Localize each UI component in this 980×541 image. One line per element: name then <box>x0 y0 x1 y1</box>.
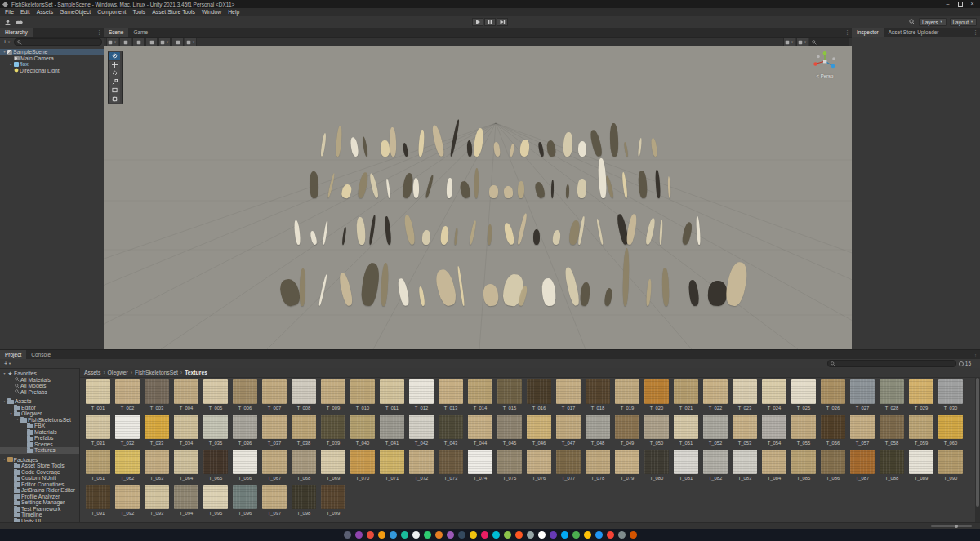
texture-asset[interactable]: T_056 <box>818 415 848 448</box>
taskbar-app-icon[interactable] <box>412 531 420 539</box>
texture-asset[interactable]: T_076 <box>524 450 554 483</box>
tree-item-settings-manager[interactable]: Settings Manager <box>0 499 79 506</box>
scene-object[interactable] <box>489 185 498 198</box>
tab-inspector[interactable]: Inspector <box>852 28 884 37</box>
texture-asset[interactable]: T_032 <box>113 415 142 448</box>
texture-asset[interactable]: T_095 <box>201 485 230 518</box>
texture-asset[interactable]: T_084 <box>760 450 789 483</box>
texture-asset[interactable]: T_070 <box>348 450 377 483</box>
menu-component[interactable]: Component <box>94 8 129 16</box>
texture-asset[interactable]: T_001 <box>83 379 113 413</box>
tab-console[interactable]: Console <box>26 350 56 359</box>
taskbar-app-icon[interactable] <box>435 531 443 539</box>
texture-asset[interactable]: T_052 <box>701 415 730 448</box>
minimize-button[interactable]: – <box>942 0 954 8</box>
taskbar-app-icon[interactable] <box>561 531 568 539</box>
texture-asset[interactable]: T_007 <box>260 379 289 413</box>
taskbar-app-icon[interactable] <box>470 531 477 539</box>
taskbar-app-icon[interactable] <box>504 531 511 539</box>
taskbar-app-icon[interactable] <box>618 531 626 539</box>
tab-project[interactable]: Project <box>0 350 26 359</box>
texture-asset[interactable]: T_049 <box>612 415 642 448</box>
texture-asset[interactable]: T_063 <box>142 450 172 483</box>
panel-menu-icon[interactable]: ⋮ <box>973 28 978 37</box>
texture-asset[interactable]: T_090 <box>936 450 965 483</box>
texture-asset[interactable]: T_036 <box>230 415 260 448</box>
step-button[interactable] <box>497 18 508 26</box>
texture-asset[interactable]: T_058 <box>877 415 906 448</box>
texture-asset[interactable]: T_069 <box>318 450 348 483</box>
texture-asset[interactable]: T_047 <box>554 415 583 448</box>
menu-gameobject[interactable]: GameObject <box>56 8 94 16</box>
scene-object[interactable] <box>533 229 540 245</box>
taskbar-app-icon[interactable] <box>584 531 591 539</box>
tree-item-asset-store-tools[interactable]: Asset Store Tools <box>0 463 79 469</box>
tree-item-olegwer[interactable]: ▼Olegwer <box>0 410 79 417</box>
pause-button[interactable] <box>484 18 496 26</box>
taskbar-app-icon[interactable] <box>595 531 603 539</box>
tab-scene[interactable]: Scene <box>104 28 128 37</box>
texture-asset[interactable]: T_082 <box>701 450 730 483</box>
texture-asset[interactable]: T_053 <box>730 415 760 448</box>
menu-asset-store-tools[interactable]: Asset Store Tools <box>149 8 198 16</box>
texture-asset[interactable]: T_064 <box>172 450 201 483</box>
texture-asset[interactable]: T_048 <box>583 415 612 448</box>
scene-object[interactable] <box>487 224 492 245</box>
tree-item-editor-coroutines[interactable]: Editor Coroutines <box>0 481 79 488</box>
taskbar-app-icon[interactable] <box>550 531 557 539</box>
taskbar-app-icon[interactable] <box>607 531 614 539</box>
texture-asset[interactable]: T_042 <box>407 415 436 448</box>
rect-tool-button[interactable] <box>109 86 120 95</box>
menu-tools[interactable]: Tools <box>129 8 149 16</box>
texture-asset[interactable]: T_088 <box>877 450 906 483</box>
texture-asset[interactable]: T_075 <box>495 450 524 483</box>
texture-asset[interactable]: T_096 <box>230 485 260 518</box>
texture-asset[interactable]: T_040 <box>348 415 377 448</box>
texture-asset[interactable]: T_081 <box>671 450 701 483</box>
tree-item-fishskeletonsset[interactable]: ▼FishSkeletonsSet <box>0 417 79 423</box>
texture-asset[interactable]: T_083 <box>730 450 760 483</box>
texture-asset[interactable]: T_068 <box>289 450 318 483</box>
create-button[interactable]: +▼ <box>2 39 12 45</box>
tree-item-jetbrains-rider-editor[interactable]: JetBrains Rider Editor <box>0 487 79 494</box>
tree-item-all-materials[interactable]: All Materials <box>0 377 79 384</box>
texture-asset[interactable]: T_045 <box>495 415 524 448</box>
texture-asset[interactable]: T_023 <box>730 379 760 413</box>
breadcrumb-fishskeletonsset[interactable]: FishSkeletonsSet <box>135 370 178 375</box>
taskbar-app-icon[interactable] <box>630 531 637 539</box>
tree-item-packages[interactable]: ▼Packages <box>0 457 79 463</box>
taskbar-app-icon[interactable] <box>515 531 523 539</box>
texture-asset[interactable]: T_051 <box>671 415 701 448</box>
search-icon[interactable] <box>909 19 915 25</box>
tree-item-code-coverage[interactable]: Code Coverage <box>0 469 79 476</box>
gizmo-perspective-label[interactable]: < Persp <box>809 73 840 78</box>
texture-asset[interactable]: T_072 <box>407 450 436 483</box>
texture-asset[interactable]: T_014 <box>466 379 495 413</box>
taskbar-app-icon[interactable] <box>401 531 408 539</box>
tree-item-test-framework[interactable]: Test Framework <box>0 506 79 512</box>
texture-asset[interactable]: T_025 <box>789 379 818 413</box>
menu-window[interactable]: Window <box>198 8 225 16</box>
scrollbar[interactable] <box>975 377 980 523</box>
hidden-packages-badge[interactable]: 15 <box>959 361 971 366</box>
texture-asset[interactable]: T_098 <box>289 485 318 518</box>
taskbar-app-icon[interactable] <box>390 531 397 539</box>
scale-tool-button[interactable] <box>109 78 120 86</box>
texture-asset[interactable]: T_019 <box>612 379 642 413</box>
texture-asset[interactable]: T_011 <box>377 379 407 413</box>
breadcrumb-olegwer[interactable]: Olegwer <box>108 370 128 375</box>
texture-asset[interactable]: T_059 <box>906 415 936 448</box>
texture-asset[interactable]: T_067 <box>260 450 289 483</box>
scene-object[interactable] <box>518 181 524 199</box>
maximize-button[interactable] <box>954 0 966 8</box>
texture-asset[interactable]: T_002 <box>113 379 142 413</box>
texture-asset[interactable]: T_099 <box>318 485 348 518</box>
texture-asset[interactable]: T_066 <box>230 450 260 483</box>
panel-menu-icon[interactable]: ⋮ <box>844 28 850 37</box>
layers-dropdown[interactable]: Layers▼ <box>919 18 946 26</box>
texture-asset[interactable]: T_050 <box>642 415 671 448</box>
texture-asset[interactable]: T_065 <box>201 450 230 483</box>
taskbar-app-icon[interactable] <box>538 531 546 539</box>
tree-item-prefabs[interactable]: Prefabs <box>0 435 79 441</box>
project-search-input[interactable] <box>827 360 956 367</box>
